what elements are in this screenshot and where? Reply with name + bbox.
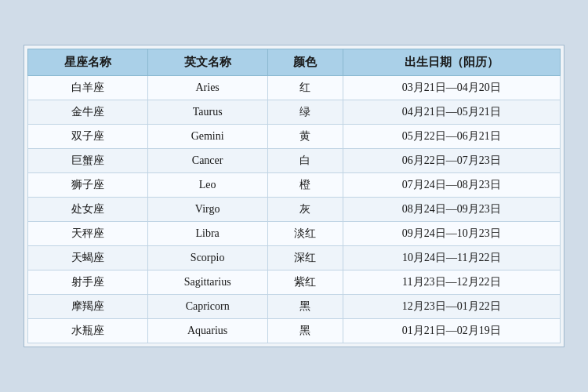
cell-chinese-name: 天秤座 — [28, 222, 148, 246]
cell-color: 淡红 — [267, 222, 343, 246]
cell-color: 黑 — [267, 319, 343, 343]
cell-english-name: Gemini — [147, 125, 267, 149]
cell-dates: 01月21日—02月19日 — [343, 319, 560, 343]
cell-color: 紫红 — [267, 270, 343, 295]
cell-color: 黑 — [267, 295, 343, 319]
cell-dates: 06月22日—07月23日 — [343, 149, 560, 173]
zodiac-table: 星座名称 英文名称 颜色 出生日期（阳历） 白羊座Aries红03月21日—04… — [27, 49, 561, 343]
cell-dates: 12月23日—01月22日 — [343, 295, 560, 319]
cell-english-name: Aries — [147, 76, 267, 100]
table-header-row: 星座名称 英文名称 颜色 出生日期（阳历） — [28, 49, 561, 76]
cell-english-name: Scorpio — [147, 246, 267, 270]
cell-dates: 04月21日—05月21日 — [343, 100, 560, 125]
cell-chinese-name: 摩羯座 — [28, 295, 148, 319]
cell-dates: 05月22日—06月21日 — [343, 125, 560, 149]
table-row: 金牛座Taurus绿04月21日—05月21日 — [28, 100, 561, 125]
cell-dates: 10月24日—11月22日 — [343, 246, 560, 270]
cell-english-name: Sagittarius — [147, 270, 267, 295]
table-row: 天蝎座Scorpio深红10月24日—11月22日 — [28, 246, 561, 270]
table-row: 水瓶座Aquarius黑01月21日—02月19日 — [28, 319, 561, 343]
cell-color: 白 — [267, 149, 343, 173]
cell-color: 绿 — [267, 100, 343, 125]
cell-color: 灰 — [267, 198, 343, 222]
cell-dates: 09月24日—10月23日 — [343, 222, 560, 246]
header-english-name: 英文名称 — [147, 49, 267, 76]
cell-dates: 08月24日—09月23日 — [343, 198, 560, 222]
header-color: 颜色 — [267, 49, 343, 76]
cell-english-name: Cancer — [147, 149, 267, 173]
cell-english-name: Libra — [147, 222, 267, 246]
cell-chinese-name: 天蝎座 — [28, 246, 148, 270]
table-row: 天秤座Libra淡红09月24日—10月23日 — [28, 222, 561, 246]
table-row: 处女座Virgo灰08月24日—09月23日 — [28, 198, 561, 222]
cell-chinese-name: 射手座 — [28, 270, 148, 295]
cell-english-name: Leo — [147, 173, 267, 198]
table-row: 双子座Gemini黄05月22日—06月21日 — [28, 125, 561, 149]
table-body: 白羊座Aries红03月21日—04月20日金牛座Taurus绿04月21日—0… — [28, 76, 561, 343]
cell-chinese-name: 水瓶座 — [28, 319, 148, 343]
cell-english-name: Taurus — [147, 100, 267, 125]
table-row: 射手座Sagittarius紫红11月23日—12月22日 — [28, 270, 561, 295]
table-row: 巨蟹座Cancer白06月22日—07月23日 — [28, 149, 561, 173]
cell-color: 黄 — [267, 125, 343, 149]
cell-color: 橙 — [267, 173, 343, 198]
table-row: 白羊座Aries红03月21日—04月20日 — [28, 76, 561, 100]
cell-color: 深红 — [267, 246, 343, 270]
cell-color: 红 — [267, 76, 343, 100]
zodiac-table-wrapper: 星座名称 英文名称 颜色 出生日期（阳历） 白羊座Aries红03月21日—04… — [24, 45, 564, 347]
cell-dates: 07月24日—08月23日 — [343, 173, 560, 198]
cell-dates: 03月21日—04月20日 — [343, 76, 560, 100]
cell-chinese-name: 金牛座 — [28, 100, 148, 125]
header-birth-date: 出生日期（阳历） — [343, 49, 560, 76]
cell-chinese-name: 处女座 — [28, 198, 148, 222]
cell-chinese-name: 狮子座 — [28, 173, 148, 198]
header-chinese-name: 星座名称 — [28, 49, 148, 76]
table-row: 狮子座Leo橙07月24日—08月23日 — [28, 173, 561, 198]
cell-english-name: Capricorn — [147, 295, 267, 319]
cell-dates: 11月23日—12月22日 — [343, 270, 560, 295]
cell-chinese-name: 巨蟹座 — [28, 149, 148, 173]
cell-chinese-name: 双子座 — [28, 125, 148, 149]
cell-english-name: Virgo — [147, 198, 267, 222]
cell-english-name: Aquarius — [147, 319, 267, 343]
table-row: 摩羯座Capricorn黑12月23日—01月22日 — [28, 295, 561, 319]
cell-chinese-name: 白羊座 — [28, 76, 148, 100]
